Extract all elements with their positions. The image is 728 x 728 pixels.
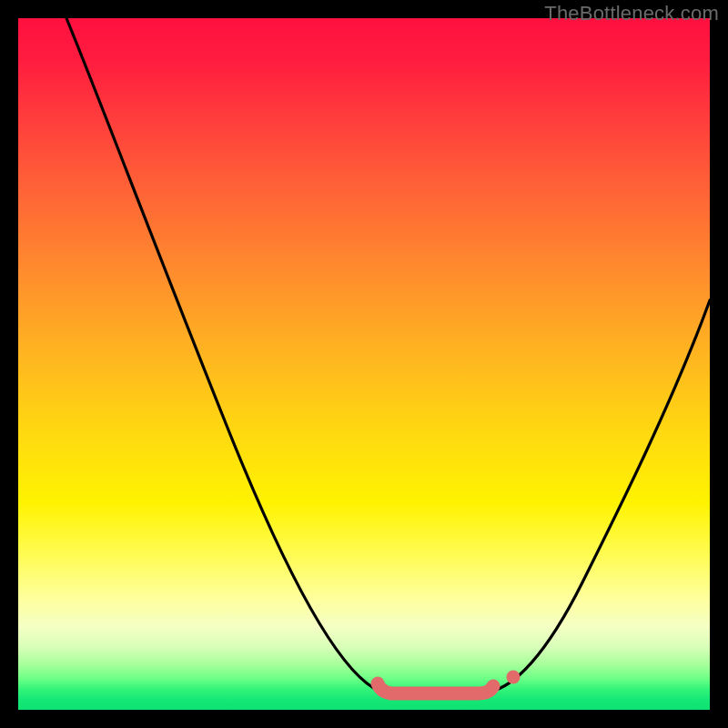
chart-frame: TheBottleneck.com <box>0 0 728 728</box>
watermark-text: TheBottleneck.com <box>544 2 719 25</box>
optimal-range-segment <box>378 683 493 693</box>
gradient-plot-area <box>18 18 710 710</box>
marker-dot <box>507 671 521 684</box>
curve-path <box>66 18 710 692</box>
bottleneck-curve <box>18 18 710 710</box>
